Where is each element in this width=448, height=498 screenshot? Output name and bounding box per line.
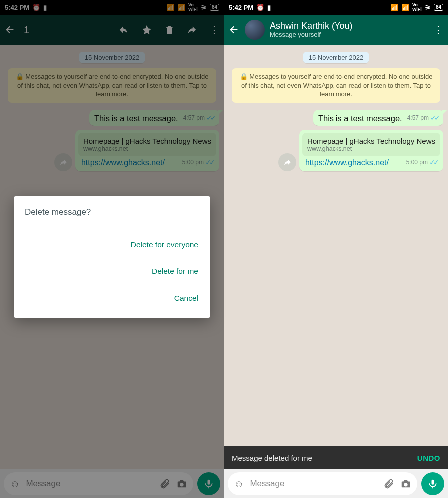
message-time: 4:57 pm [407,114,429,121]
link-preview-domain: www.ghacks.net [83,145,211,152]
date-chip: 15 November 2022 [303,52,370,63]
encryption-banner[interactable]: 🔒 Messages to yourself are end-to-end en… [8,68,216,103]
more-icon[interactable]: ⋮ [209,24,219,36]
link-preview-domain: www.ghacks.net [307,145,435,152]
link-preview[interactable]: Homepage | gHacks Technology News www.gh… [302,133,440,156]
status-bar: 5:42 PM ⏰ ▮ 📶 📶 VoWiFi ⚞ 84 [0,0,224,15]
attach-icon[interactable] [159,478,170,489]
snackbar: Message deleted for me UNDO [224,446,448,469]
message-time: 4:57 pm [183,114,205,121]
wifi-icon: ⚞ [425,4,431,11]
clock-time: 5:42 PM [229,4,253,11]
contact-subtitle: Message yourself [270,31,433,38]
message-text: This is a test message. [318,114,402,123]
link-preview-title: Homepage | gHacks Technology News [307,137,435,145]
signal-icon: 📶 [401,4,409,11]
chat-app-bar: Ashwin Karthik (You) Message yourself ⋮ [224,15,448,45]
reply-icon[interactable] [118,24,129,35]
message-bubble[interactable]: This is a test message. 4:57 pm ✓✓ [313,110,443,126]
undo-button[interactable]: UNDO [417,454,440,462]
signal-icon: 📶 [177,4,185,11]
vowifi-icon: VoWiFi [188,3,198,12]
vowifi-icon: VoWiFi [412,3,422,12]
avatar[interactable] [245,20,265,40]
link-preview[interactable]: Homepage | gHacks Technology News www.gh… [78,133,216,156]
message-link[interactable]: https://www.ghacks.net/ [81,158,165,167]
message-time: 5:00 pm [406,159,428,166]
message-link[interactable]: https://www.ghacks.net/ [305,158,389,167]
chat-title-area[interactable]: Ashwin Karthik (You) Message yourself [270,21,433,38]
alarm-icon: ⏰ [32,4,40,11]
encryption-banner[interactable]: 🔒 Messages to yourself are end-to-end en… [232,68,440,103]
message-bubble[interactable]: Homepage | gHacks Technology News www.gh… [299,130,443,171]
delete-icon[interactable] [164,24,174,35]
signal-icon: 📶 [166,4,174,11]
delete-for-me-button[interactable]: Delete for me [25,258,199,285]
input-bar: ☺ Message [224,469,448,498]
message-time: 5:00 pm [182,159,204,166]
camera-icon[interactable] [400,478,411,489]
back-button[interactable] [229,24,243,35]
forward-badge-icon[interactable] [54,153,72,171]
message-input[interactable]: ☺ Message [228,472,417,495]
charging-icon: ▮ [267,4,271,11]
star-icon[interactable] [141,24,152,35]
alarm-icon: ⏰ [256,4,264,11]
more-icon[interactable]: ⋮ [433,24,443,36]
date-chip: 15 November 2022 [79,52,146,63]
input-placeholder: Message [26,479,153,489]
mic-button[interactable] [197,472,220,495]
cancel-button[interactable]: Cancel [25,285,199,312]
forward-badge-icon[interactable] [278,153,296,171]
dialog-title: Delete message? [25,207,199,217]
mic-button[interactable] [421,472,444,495]
clock-time: 5:42 PM [5,4,29,11]
read-ticks-icon: ✓✓ [430,114,438,122]
delete-dialog: Delete message? Delete for everyone Dele… [14,196,210,318]
emoji-icon[interactable]: ☺ [234,478,244,490]
forward-icon[interactable] [186,24,197,35]
message-input[interactable]: ☺ Message [4,472,193,495]
read-ticks-icon: ✓✓ [205,158,213,166]
charging-icon: ▮ [43,4,47,11]
input-bar: ☺ Message [0,469,224,498]
contact-name: Ashwin Karthik (You) [270,21,433,31]
delete-for-everyone-button[interactable]: Delete for everyone [25,231,199,258]
chat-area: 15 November 2022 🔒 Messages to yourself … [224,45,448,498]
message-bubble[interactable]: Homepage | gHacks Technology News www.gh… [75,130,219,171]
link-preview-title: Homepage | gHacks Technology News [83,137,211,145]
wifi-icon: ⚞ [201,4,207,11]
read-ticks-icon: ✓✓ [206,114,214,122]
battery-indicator: 84 [210,4,219,11]
selection-app-bar: 1 ⋮ [0,15,224,45]
message-bubble[interactable]: This is a test message. 4:57 pm ✓✓ [89,110,219,126]
snackbar-text: Message deleted for me [232,454,312,462]
back-button[interactable] [5,24,19,35]
selection-count: 1 [24,24,118,36]
read-ticks-icon: ✓✓ [429,158,437,166]
battery-indicator: 84 [434,4,443,11]
message-text: This is a test message. [94,114,178,123]
status-bar: 5:42 PM ⏰ ▮ 📶 📶 VoWiFi ⚞ 84 [224,0,448,15]
camera-icon[interactable] [176,478,187,489]
input-placeholder: Message [250,479,377,489]
attach-icon[interactable] [383,478,394,489]
emoji-icon[interactable]: ☺ [10,478,20,490]
signal-icon: 📶 [390,4,398,11]
